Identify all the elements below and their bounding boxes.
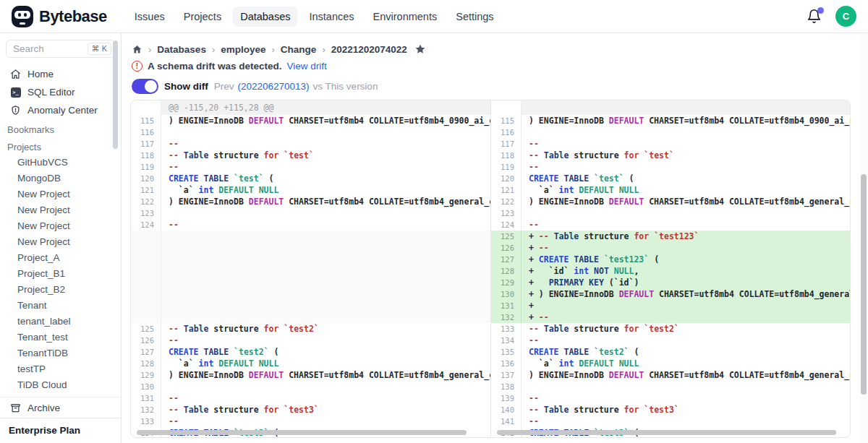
code-line: + ) ENGINE=InnoDB DEFAULT CHARSET=utf8mb… (522, 288, 850, 300)
avatar[interactable]: C (835, 6, 856, 27)
sidebar-project-new-project[interactable]: New Project (6, 233, 115, 249)
breadcrumb-separator: › (322, 44, 325, 55)
line-number (131, 242, 161, 254)
search-placeholder: Search (13, 43, 85, 54)
main-content: ›Databases›employee›Change›2022120207402… (122, 33, 868, 443)
sidebar-project-githubvcs[interactable]: GitHubVCS (6, 154, 115, 170)
code-line (522, 381, 850, 392)
page-scrollbar[interactable] (860, 33, 867, 443)
code-line (161, 126, 490, 138)
diff-toolbar: Show diff Prev (202206270013) vs This ve… (130, 73, 868, 100)
code-line (522, 100, 850, 115)
sidebar-project-new-project[interactable]: New Project (6, 218, 115, 233)
search-input[interactable]: Search ⌘ K (6, 40, 115, 58)
line-number: 131 (131, 392, 161, 404)
sidebar-nav: Home>_SQL EditorAnomaly Center (0, 65, 121, 119)
code-line: + `id` int NOT NULL, (522, 265, 850, 277)
diff-horizontal-scrollbar[interactable] (495, 430, 846, 436)
sidebar-project-tenant_label[interactable]: tenant_label (6, 313, 115, 329)
sidebar-project-tenanttidb[interactable]: TenantTiDB (6, 345, 115, 361)
sidebar-item-anomaly-center[interactable]: Anomaly Center (6, 101, 115, 119)
sidebar-project-testtp[interactable]: testTP (6, 361, 115, 377)
sidebar-project-tenant_test[interactable]: Tenant_test (6, 329, 115, 345)
line-number: 117 (491, 138, 522, 150)
nav-item-instances[interactable]: Instances (302, 7, 361, 27)
diff-row: 140-- Table structure for `test3` (491, 404, 850, 416)
diff-row: 118-- Table structure for `test` (491, 150, 850, 161)
breadcrumb-separator: › (272, 44, 275, 55)
line-number (131, 300, 161, 311)
line-number (131, 265, 161, 277)
line-number: 126 (131, 335, 161, 346)
diff-row: 126-- (131, 335, 490, 346)
code-line (522, 126, 850, 138)
breadcrumb-item[interactable]: employee (221, 44, 265, 55)
diff-row: 122) ENGINE=InnoDB DEFAULT CHARSET=utf8m… (131, 196, 490, 207)
diff-row (131, 265, 490, 277)
code-line: -- Table structure for `test` (522, 150, 850, 161)
code-line: CREATE TABLE `test2` ( (161, 346, 490, 358)
diff-horizontal-scrollbar[interactable] (135, 430, 486, 436)
diff-row: 138 (491, 381, 850, 392)
sidebar-project-project_b1[interactable]: Project_B1 (6, 265, 115, 281)
sidebar-project-tidb-cloud[interactable]: TiDB Cloud (6, 377, 115, 392)
code-line: -- Table structure for `test2` (522, 323, 850, 335)
archive-icon (10, 403, 21, 413)
sidebar-item-sql-editor[interactable]: >_SQL Editor (6, 83, 115, 101)
nav-item-issues[interactable]: Issues (127, 7, 172, 27)
sidebar-project-mongodb[interactable]: MongoDB (6, 170, 115, 186)
code-line: `a` int DEFAULT NULL (161, 358, 490, 369)
diff-row: 117-- (131, 138, 490, 150)
sidebar-scrollbar[interactable] (113, 40, 118, 149)
code-line: @@ -115,20 +115,28 @@ (161, 100, 490, 115)
nav-item-databases[interactable]: Databases (233, 7, 297, 27)
code-line: + PRIMARY KEY (`id`) (522, 277, 850, 288)
code-line: `a` int DEFAULT NULL (522, 358, 850, 369)
line-number: 121 (491, 184, 522, 196)
breadcrumb-item[interactable]: Databases (157, 44, 206, 55)
diff-row: 123 (131, 207, 490, 219)
sidebar-item-home[interactable]: Home (6, 65, 115, 83)
line-number: 141 (491, 416, 522, 427)
diff-row: 115) ENGINE=InnoDB DEFAULT CHARSET=utf8m… (131, 115, 490, 126)
line-number: 128 (131, 358, 161, 369)
view-drift-link[interactable]: View drift (287, 61, 327, 72)
line-number (491, 100, 522, 115)
diff-row: 130+ ) ENGINE=InnoDB DEFAULT CHARSET=utf… (491, 288, 850, 300)
sidebar-project-new-project[interactable]: New Project (6, 186, 115, 202)
diff-pane-previous: @@ -115,20 +115,28 @@115) ENGINE=InnoDB … (131, 100, 490, 437)
prev-version-link[interactable]: (202206270013) (238, 81, 310, 92)
nav-item-settings[interactable]: Settings (448, 7, 501, 27)
bytebase-logo-icon (12, 6, 33, 27)
alert-text: A schema drift was detected. (148, 61, 282, 72)
line-number: 127 (131, 346, 161, 358)
code-line: + CREATE TABLE `test123` ( (522, 254, 850, 265)
sidebar-item-archive[interactable]: Archive (6, 399, 115, 417)
breadcrumb-item[interactable]: 20221202074022 (331, 44, 407, 55)
diff-row: 115) ENGINE=InnoDB DEFAULT CHARSET=utf8m… (491, 115, 850, 126)
diff-row: 119-- (491, 161, 850, 173)
diff-row: 129) ENGINE=InnoDB DEFAULT CHARSET=utf8m… (131, 369, 490, 381)
code-line: -- Table structure for `test3` (161, 404, 490, 416)
show-diff-toggle[interactable] (132, 79, 158, 94)
notifications-button[interactable] (807, 9, 822, 25)
sidebar-project-project_a[interactable]: Project_A (6, 249, 115, 265)
brand[interactable]: Bytebase (12, 6, 107, 27)
line-number: 116 (491, 126, 522, 138)
home-icon (10, 69, 21, 79)
line-number: 120 (131, 173, 161, 184)
line-number: 120 (491, 173, 522, 184)
sidebar-project-tenant[interactable]: Tenant (6, 297, 115, 313)
code-line: `a` int DEFAULT NULL (522, 184, 850, 196)
sidebar-project-project_b2[interactable]: Project_B2 (6, 281, 115, 297)
nav-item-environments[interactable]: Environments (366, 7, 445, 27)
line-number: 122 (491, 196, 522, 207)
sidebar-project-new-project[interactable]: New Project (6, 202, 115, 218)
diff-row: 134-- (491, 335, 850, 346)
breadcrumb-item[interactable]: Change (281, 44, 317, 55)
breadcrumb-home-icon[interactable] (132, 44, 142, 55)
code-line: -- (522, 416, 850, 427)
star-icon[interactable] (414, 43, 426, 55)
brand-name: Bytebase (39, 7, 107, 26)
nav-item-projects[interactable]: Projects (176, 7, 229, 27)
